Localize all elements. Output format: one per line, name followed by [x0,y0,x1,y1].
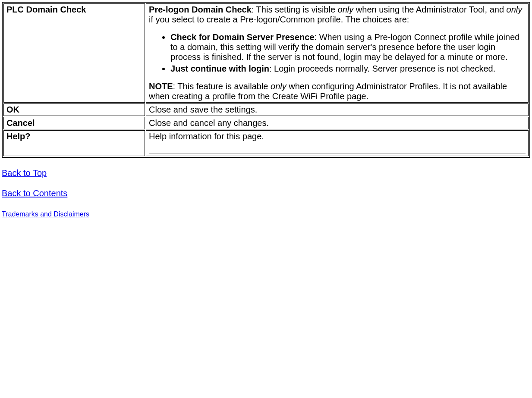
desc-text: when using the Administrator Tool, and [353,5,506,14]
settings-table: PLC Domain Check Pre-logon Domain Check:… [2,2,530,158]
desc-text: if you select to create a Pre-logon/Comm… [149,15,409,24]
setting-name-cell: Help? [3,130,145,156]
nav-para: Back to Top [2,168,530,178]
option-name: Check for Domain Server Presence [170,32,315,42]
setting-name-cell: OK [3,103,145,116]
back-to-contents-link[interactable]: Back to Contents [2,188,67,198]
note-text: : This feature is available [173,81,271,91]
desc-text: Close and cancel any changes. [149,118,269,128]
options-list: Check for Domain Server Presence: When u… [149,32,526,74]
setting-name: PLC Domain Check [6,5,86,14]
trademarks-link[interactable]: Trademarks and Disclaimers [2,210,89,218]
desc-emph: only [507,5,523,14]
desc-text: : This setting is visible [252,5,338,14]
setting-name: Help? [6,132,31,141]
table-row: OK Close and save the settings. [3,103,529,116]
setting-desc-cell: Close and cancel any changes. [146,117,529,129]
note-emph: only [271,81,286,91]
setting-name-cell: PLC Domain Check [3,3,145,103]
desc-text: Help information for this page. [149,132,264,141]
setting-desc-cell: Help information for this page. [146,130,529,156]
table-row: PLC Domain Check Pre-logon Domain Check:… [3,3,529,103]
back-to-top-link[interactable]: Back to Top [2,168,47,178]
setting-desc-cell: Pre-logon Domain Check: This setting is … [146,3,529,103]
setting-name-cell: Cancel [3,117,145,129]
nav-para: Back to Contents [2,188,530,198]
setting-desc-cell: Close and save the settings. [146,103,529,116]
nav-para: Trademarks and Disclaimers [2,209,530,219]
setting-name: OK [6,105,19,114]
table-row: Help? Help information for this page. [3,130,529,156]
list-item: Check for Domain Server Presence: When u… [170,32,526,62]
option-name: Just continue with login [170,64,269,73]
desc-emph: only [338,5,354,14]
option-desc: : Login proceeds normally. Server presen… [269,64,495,73]
setting-name: Cancel [6,118,35,128]
divider [149,154,526,154]
desc-text: Close and save the settings. [149,105,257,114]
list-item: Just continue with login: Login proceeds… [170,64,526,74]
table-row: Cancel Close and cancel any changes. [3,117,529,129]
note-heading: NOTE [149,81,173,91]
desc-heading: Pre-logon Domain Check [149,5,252,14]
